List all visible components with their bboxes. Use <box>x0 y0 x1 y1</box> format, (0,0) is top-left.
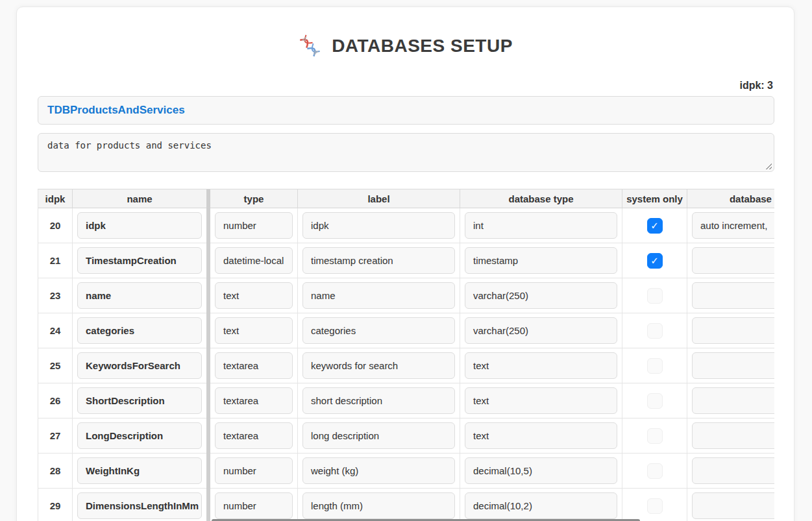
table-row: 24 categories <box>38 313 206 348</box>
table-row: 29 DimensionsLengthInMm <box>38 489 206 521</box>
idpk-value: 29 <box>38 489 73 521</box>
system-only-checkbox[interactable]: ✓ <box>647 498 663 514</box>
type-field[interactable]: number <box>215 212 293 239</box>
database-notes-field[interactable] <box>692 422 774 449</box>
type-field[interactable]: textarea <box>215 352 293 379</box>
database-type-field[interactable]: int <box>465 212 617 239</box>
type-field[interactable]: text <box>215 282 293 309</box>
header-system-only: system only <box>622 189 687 208</box>
table-row: 25 KeywordsForSearch <box>38 348 206 383</box>
table-left-pane: idpk name 20 idpk 21 TimestampCreation 2… <box>38 189 206 521</box>
system-only-checkbox[interactable]: ✓ <box>647 218 663 234</box>
idpk-value: 20 <box>38 208 73 243</box>
idpk-value: 26 <box>38 383 73 418</box>
label-field[interactable]: categories <box>302 317 455 344</box>
table-header-row: type label database type system only dat… <box>210 189 774 208</box>
page-header: DATABASES SETUP <box>38 32 773 60</box>
database-notes-field[interactable] <box>692 247 774 274</box>
table-description-textarea[interactable]: data for products and services <box>38 133 774 172</box>
idpk-value: 25 <box>38 348 73 383</box>
table-row: number idpk int ✓ auto increment, <box>210 208 774 243</box>
resize-handle-icon[interactable] <box>764 162 772 169</box>
check-icon: ✓ <box>650 256 659 265</box>
database-notes-field[interactable] <box>692 492 774 519</box>
table-name-input[interactable]: TDBProductsAndServices <box>38 96 774 125</box>
database-type-field[interactable]: varchar(250) <box>465 317 617 344</box>
page-title: DATABASES SETUP <box>332 36 513 56</box>
name-field[interactable]: TimestampCreation <box>77 247 202 274</box>
description-text: data for products and services <box>47 140 212 151</box>
table-row: text name varchar(250) ✓ <box>210 278 774 313</box>
database-notes-field[interactable] <box>692 352 774 379</box>
label-field[interactable]: keywords for search <box>302 352 455 379</box>
type-field[interactable]: number <box>215 492 293 519</box>
type-field[interactable]: text <box>215 317 293 344</box>
database-notes-field[interactable] <box>692 282 774 309</box>
header-name: name <box>73 189 207 208</box>
database-type-field[interactable]: decimal(10,5) <box>465 457 617 484</box>
database-notes-field[interactable] <box>692 457 774 484</box>
table-row: number weight (kg) decimal(10,5) ✓ <box>210 454 774 489</box>
table-row: 26 ShortDescription <box>38 383 206 418</box>
name-field[interactable]: WeightInKg <box>77 457 202 484</box>
idpk-value: 27 <box>38 418 73 453</box>
type-field[interactable]: textarea <box>215 422 293 449</box>
label-field[interactable]: long description <box>302 422 455 449</box>
name-field[interactable]: name <box>77 282 202 309</box>
table-scroll-viewport[interactable]: type label database type system only dat… <box>210 189 774 521</box>
table-row: text categories varchar(250) ✓ <box>210 313 774 348</box>
database-type-field[interactable]: text <box>465 352 617 379</box>
name-field[interactable]: categories <box>77 317 202 344</box>
system-only-checkbox[interactable]: ✓ <box>647 253 663 269</box>
database-notes-field[interactable] <box>692 317 774 344</box>
header-idpk: idpk <box>38 189 73 208</box>
idpk-value: 24 <box>38 313 73 348</box>
name-field[interactable]: ShortDescription <box>77 387 202 414</box>
idpk-value: 28 <box>38 454 73 488</box>
header-type: type <box>210 189 298 208</box>
label-field[interactable]: length (mm) <box>302 492 455 519</box>
type-field[interactable]: textarea <box>215 387 293 414</box>
table-row: 27 LongDescription <box>38 418 206 454</box>
columns-table: idpk name 20 idpk 21 TimestampCreation 2… <box>38 189 774 521</box>
database-type-field[interactable]: text <box>465 422 617 449</box>
main-card: DATABASES SETUP idpk: 3 TDBProductsAndSe… <box>16 6 794 521</box>
system-only-checkbox[interactable]: ✓ <box>647 358 663 374</box>
database-notes-field[interactable]: auto increment, <box>692 212 774 239</box>
label-field[interactable]: name <box>302 282 455 309</box>
database-type-field[interactable]: text <box>465 387 617 414</box>
label-field[interactable]: idpk <box>302 212 455 239</box>
dna-icon <box>297 32 325 60</box>
header-database-notes: database notes <box>687 189 774 208</box>
label-field[interactable]: short description <box>302 387 455 414</box>
table-row: 23 name <box>38 278 206 313</box>
table-row: number length (mm) decimal(10,2) ✓ <box>210 489 774 521</box>
type-field[interactable]: number <box>215 457 293 484</box>
header-label: label <box>298 189 460 208</box>
table-row: textarea short description text ✓ <box>210 383 774 418</box>
name-field[interactable]: LongDescription <box>77 422 202 449</box>
system-only-checkbox[interactable]: ✓ <box>647 428 663 444</box>
table-row: 28 WeightInKg <box>38 454 206 489</box>
database-type-field[interactable]: varchar(250) <box>465 282 617 309</box>
name-field[interactable]: KeywordsForSearch <box>77 352 202 379</box>
table-row: datetime-local timestamp creation timest… <box>210 243 774 278</box>
type-field[interactable]: datetime-local <box>215 247 293 274</box>
label-field[interactable]: weight (kg) <box>302 457 455 484</box>
idpk-value: 21 <box>38 243 73 278</box>
system-only-checkbox[interactable]: ✓ <box>647 288 663 304</box>
label-field[interactable]: timestamp creation <box>302 247 455 274</box>
database-notes-field[interactable] <box>692 387 774 414</box>
name-field[interactable]: idpk <box>77 212 202 239</box>
database-type-field[interactable]: timestamp <box>465 247 617 274</box>
system-only-checkbox[interactable]: ✓ <box>647 323 663 339</box>
system-only-checkbox[interactable]: ✓ <box>647 463 663 479</box>
table-header-row: idpk name <box>38 189 206 208</box>
name-field[interactable]: DimensionsLengthInMm <box>77 492 202 519</box>
system-only-checkbox[interactable]: ✓ <box>647 393 663 409</box>
table-row: 21 TimestampCreation <box>38 243 206 278</box>
database-type-field[interactable]: decimal(10,2) <box>465 492 617 519</box>
table-row: textarea long description text ✓ <box>210 418 774 454</box>
check-icon: ✓ <box>650 221 659 230</box>
table-row: 20 idpk <box>38 208 206 243</box>
